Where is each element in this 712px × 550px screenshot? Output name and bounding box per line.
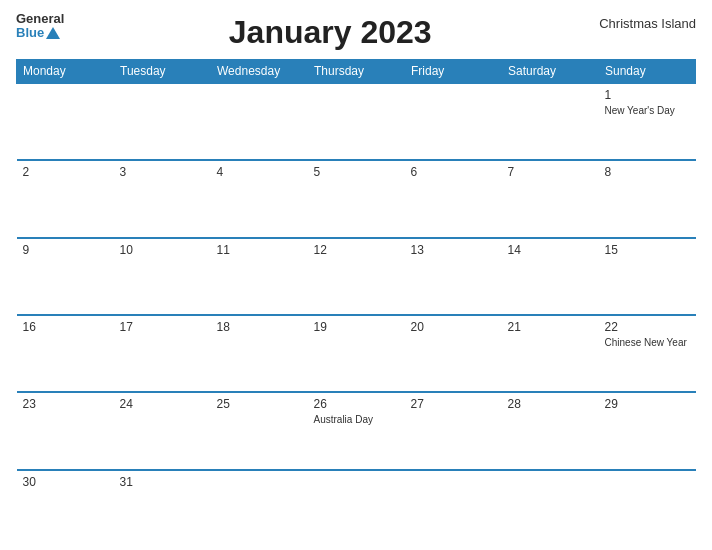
- calendar-cell: 15: [599, 238, 696, 315]
- cell-day-number: 27: [411, 397, 496, 411]
- logo-triangle-icon: [46, 27, 60, 39]
- calendar-cell: 18: [211, 315, 308, 392]
- cell-day-number: 22: [605, 320, 690, 334]
- cell-day-number: 9: [23, 243, 108, 257]
- cell-day-number: 11: [217, 243, 302, 257]
- calendar-cell: 19: [308, 315, 405, 392]
- cell-day-number: 7: [508, 165, 593, 179]
- calendar-cell: 10: [114, 238, 211, 315]
- cell-day-number: 10: [120, 243, 205, 257]
- calendar-cell: 7: [502, 160, 599, 237]
- cell-day-number: 31: [120, 475, 205, 489]
- cell-event-label: Australia Day: [314, 413, 399, 426]
- cell-day-number: 1: [605, 88, 690, 102]
- cell-day-number: 21: [508, 320, 593, 334]
- cell-day-number: 28: [508, 397, 593, 411]
- calendar-cell: 28: [502, 392, 599, 469]
- calendar-cell: [308, 83, 405, 160]
- cell-day-number: 25: [217, 397, 302, 411]
- cell-day-number: 19: [314, 320, 399, 334]
- cell-day-number: 5: [314, 165, 399, 179]
- cell-event-label: Chinese New Year: [605, 336, 690, 349]
- calendar-cell: 9: [17, 238, 114, 315]
- calendar-cell: [114, 83, 211, 160]
- calendar-week-row: 9101112131415: [17, 238, 696, 315]
- calendar-cell: 13: [405, 238, 502, 315]
- calendar-cell: 23: [17, 392, 114, 469]
- cell-day-number: 29: [605, 397, 690, 411]
- calendar-page: General Blue January 2023 Christmas Isla…: [0, 0, 712, 550]
- cell-day-number: 24: [120, 397, 205, 411]
- calendar-cell: [405, 83, 502, 160]
- weekday-header-wednesday: Wednesday: [211, 60, 308, 84]
- calendar-week-row: 1New Year's Day: [17, 83, 696, 160]
- calendar-week-row: 16171819202122Chinese New Year: [17, 315, 696, 392]
- calendar-header: General Blue January 2023 Christmas Isla…: [16, 12, 696, 51]
- cell-day-number: 8: [605, 165, 690, 179]
- cell-day-number: 14: [508, 243, 593, 257]
- region-label: Christmas Island: [596, 12, 696, 31]
- calendar-cell: 31: [114, 470, 211, 538]
- weekday-header-sunday: Sunday: [599, 60, 696, 84]
- calendar-cell: 29: [599, 392, 696, 469]
- calendar-cell: 1New Year's Day: [599, 83, 696, 160]
- calendar-week-row: 3031: [17, 470, 696, 538]
- calendar-cell: 22Chinese New Year: [599, 315, 696, 392]
- calendar-cell: [17, 83, 114, 160]
- calendar-cell: 27: [405, 392, 502, 469]
- cell-day-number: 3: [120, 165, 205, 179]
- cell-day-number: 26: [314, 397, 399, 411]
- cell-day-number: 23: [23, 397, 108, 411]
- calendar-cell: 11: [211, 238, 308, 315]
- calendar-cell: [211, 83, 308, 160]
- calendar-cell: [599, 470, 696, 538]
- cell-day-number: 13: [411, 243, 496, 257]
- cell-day-number: 15: [605, 243, 690, 257]
- calendar-cell: 4: [211, 160, 308, 237]
- weekday-header-friday: Friday: [405, 60, 502, 84]
- cell-day-number: 18: [217, 320, 302, 334]
- calendar-title: January 2023: [64, 12, 596, 51]
- calendar-cell: 12: [308, 238, 405, 315]
- calendar-cell: [405, 470, 502, 538]
- cell-day-number: 17: [120, 320, 205, 334]
- calendar-table: MondayTuesdayWednesdayThursdayFridaySatu…: [16, 59, 696, 538]
- calendar-week-row: 2345678: [17, 160, 696, 237]
- cell-day-number: 16: [23, 320, 108, 334]
- calendar-cell: [211, 470, 308, 538]
- calendar-cell: [308, 470, 405, 538]
- logo-blue-text: Blue: [16, 26, 60, 40]
- calendar-cell: 24: [114, 392, 211, 469]
- weekday-header-thursday: Thursday: [308, 60, 405, 84]
- calendar-cell: 14: [502, 238, 599, 315]
- calendar-cell: 30: [17, 470, 114, 538]
- calendar-cell: 6: [405, 160, 502, 237]
- cell-day-number: 30: [23, 475, 108, 489]
- calendar-cell: 16: [17, 315, 114, 392]
- weekday-header-saturday: Saturday: [502, 60, 599, 84]
- calendar-cell: 25: [211, 392, 308, 469]
- cell-day-number: 2: [23, 165, 108, 179]
- calendar-week-row: 23242526Australia Day272829: [17, 392, 696, 469]
- cell-event-label: New Year's Day: [605, 104, 690, 117]
- calendar-cell: 5: [308, 160, 405, 237]
- weekday-header-row: MondayTuesdayWednesdayThursdayFridaySatu…: [17, 60, 696, 84]
- weekday-header-tuesday: Tuesday: [114, 60, 211, 84]
- calendar-cell: 2: [17, 160, 114, 237]
- calendar-cell: 8: [599, 160, 696, 237]
- calendar-cell: [502, 83, 599, 160]
- cell-day-number: 4: [217, 165, 302, 179]
- cell-day-number: 12: [314, 243, 399, 257]
- cell-day-number: 20: [411, 320, 496, 334]
- calendar-cell: 20: [405, 315, 502, 392]
- calendar-cell: 3: [114, 160, 211, 237]
- logo-general-text: General: [16, 12, 64, 26]
- logo-blue-label: Blue: [16, 26, 44, 40]
- calendar-cell: 17: [114, 315, 211, 392]
- logo: General Blue: [16, 12, 64, 41]
- calendar-cell: 21: [502, 315, 599, 392]
- cell-day-number: 6: [411, 165, 496, 179]
- calendar-cell: [502, 470, 599, 538]
- weekday-header-monday: Monday: [17, 60, 114, 84]
- calendar-cell: 26Australia Day: [308, 392, 405, 469]
